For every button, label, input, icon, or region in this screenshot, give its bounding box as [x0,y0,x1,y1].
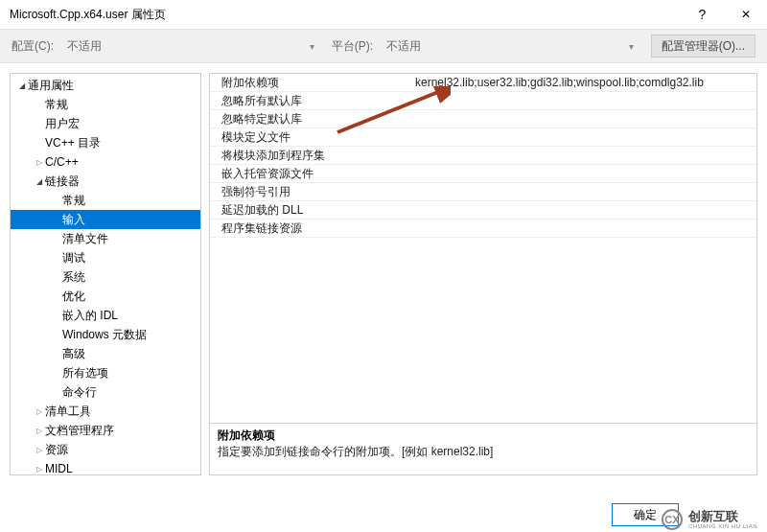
main-area: ◢通用属性常规用户宏VC++ 目录▷C/C++◢链接器常规输入清单文件调试系统优… [0,63,767,475]
tree-item-label: 链接器 [45,173,80,190]
tree-item[interactable]: 清单文件 [11,229,200,248]
watermark-logo: CX [662,509,683,530]
property-label: 嵌入托管资源文件 [210,166,411,182]
tree-item-label: 调试 [62,250,85,266]
tree-item-label: 嵌入的 IDL [62,308,118,324]
tree-item-label: 命令行 [62,384,97,401]
tree-item-label: 系统 [62,269,85,286]
caret-open-icon: ◢ [16,81,28,90]
platform-combo-value: 不适用 [386,38,421,55]
tree-item-label: C/C++ [45,155,79,169]
tree-item[interactable]: 高级 [11,344,200,363]
property-label: 忽略特定默认库 [210,111,411,127]
tree-item[interactable]: ▷清单工具 [11,402,200,421]
tree-item[interactable]: ▷MIDL [11,459,200,475]
property-row[interactable]: 嵌入托管资源文件 [210,165,756,183]
help-icon[interactable]: ? [681,7,724,22]
tree-item-label: 清单工具 [45,404,91,420]
tree-item[interactable]: 调试 [11,248,200,267]
caret-closed-icon: ▷ [34,465,45,474]
title-bar: Microsoft.Cpp.x64.user 属性页 ? ✕ [0,0,767,29]
tree-item[interactable]: ▷资源 [11,440,200,459]
description-title: 附加依赖项 [218,428,749,444]
tree-item-label: 常规 [62,193,85,209]
property-row[interactable]: 忽略所有默认库 [210,92,756,110]
watermark: CX 创新互联 CHUANG XIN HU LIAN [662,509,757,530]
tree-item-label: 资源 [45,442,68,458]
tree-item-label: 清单文件 [62,231,108,247]
caret-closed-icon: ▷ [34,407,45,416]
config-toolbar: 配置(C): 不适用 ▾ 平台(P): 不适用 ▾ 配置管理器(O)... [0,29,767,63]
tree-item-label: 用户宏 [45,116,80,132]
tree-item[interactable]: Windows 元数据 [11,325,200,344]
description-pane: 附加依赖项 指定要添加到链接命令行的附加项。[例如 kernel32.lib] [209,424,757,475]
property-row[interactable]: 强制符号引用 [210,183,756,201]
tree-item-label: 优化 [62,289,85,305]
tree-item[interactable]: ◢链接器 [11,172,200,191]
property-row[interactable]: 忽略特定默认库 [210,110,756,128]
config-manager-button[interactable]: 配置管理器(O)... [651,35,755,58]
property-row[interactable]: 附加依赖项kernel32.lib;user32.lib;gdi32.lib;w… [210,74,756,92]
caret-closed-icon: ▷ [34,158,45,167]
config-combo[interactable]: 不适用 ▾ [59,35,320,58]
property-label: 模块定义文件 [210,129,411,146]
caret-closed-icon: ▷ [34,446,45,454]
platform-combo[interactable]: 不适用 ▾ [379,35,639,58]
property-label: 忽略所有默认库 [210,93,411,109]
tree-item-label: 输入 [62,212,85,228]
tree-item[interactable]: 系统 [11,267,200,287]
tree-item-label: 所有选项 [62,365,108,382]
chevron-down-icon: ▾ [310,41,314,52]
tree-item-label: 文档管理程序 [45,423,114,439]
description-text: 指定要添加到链接命令行的附加项。[例如 kernel32.lib] [218,444,749,460]
tree-item-label: VC++ 目录 [45,135,101,151]
property-row[interactable]: 模块定义文件 [210,128,756,147]
platform-label: 平台(P): [332,38,373,55]
config-label: 配置(C): [12,38,54,55]
tree-item[interactable]: ◢通用属性 [11,76,200,95]
property-value[interactable]: kernel32.lib;user32.lib;gdi32.lib;winspo… [411,76,756,89]
tree-item[interactable]: 用户宏 [11,114,200,133]
tree-item[interactable]: ▷C/C++ [11,152,200,172]
property-label: 附加依赖项 [210,75,411,91]
chevron-down-icon: ▾ [629,41,634,52]
property-label: 强制符号引用 [210,184,411,200]
tree-item-label: 常规 [45,97,68,113]
property-row[interactable]: 将模块添加到程序集 [210,147,756,165]
tree-pane[interactable]: ◢通用属性常规用户宏VC++ 目录▷C/C++◢链接器常规输入清单文件调试系统优… [10,73,201,475]
tree-item-label: 高级 [62,346,85,362]
config-combo-value: 不适用 [67,38,102,55]
tree-item[interactable]: ▷文档管理程序 [11,421,200,440]
tree-item-label: MIDL [45,462,73,475]
caret-closed-icon: ▷ [34,427,45,435]
tree-item[interactable]: 优化 [11,287,200,306]
caret-open-icon: ◢ [34,177,45,186]
tree-item-label: Windows 元数据 [62,327,147,343]
property-grid[interactable]: 附加依赖项kernel32.lib;user32.lib;gdi32.lib;w… [209,73,757,424]
window-title: Microsoft.Cpp.x64.user 属性页 [10,7,681,23]
tree-item[interactable]: 命令行 [11,382,200,402]
tree-item[interactable]: 所有选项 [11,363,200,382]
tree-item[interactable]: 常规 [11,191,200,210]
property-label: 将模块添加到程序集 [210,148,411,164]
tree-item[interactable]: VC++ 目录 [11,133,200,152]
close-icon[interactable]: ✕ [724,8,767,21]
tree-item[interactable]: 嵌入的 IDL [11,306,200,325]
watermark-brand-cn: 创新互联 [688,510,757,523]
tree-item[interactable]: 常规 [11,95,200,114]
watermark-brand-py: CHUANG XIN HU LIAN [688,523,757,530]
property-row[interactable]: 程序集链接资源 [210,220,756,238]
property-row[interactable]: 延迟加载的 DLL [210,201,756,220]
property-label: 延迟加载的 DLL [210,202,411,219]
tree-item[interactable]: 输入 [11,210,200,229]
right-pane: 附加依赖项kernel32.lib;user32.lib;gdi32.lib;w… [209,73,757,475]
tree-item-label: 通用属性 [28,78,74,94]
property-label: 程序集链接资源 [210,220,411,237]
